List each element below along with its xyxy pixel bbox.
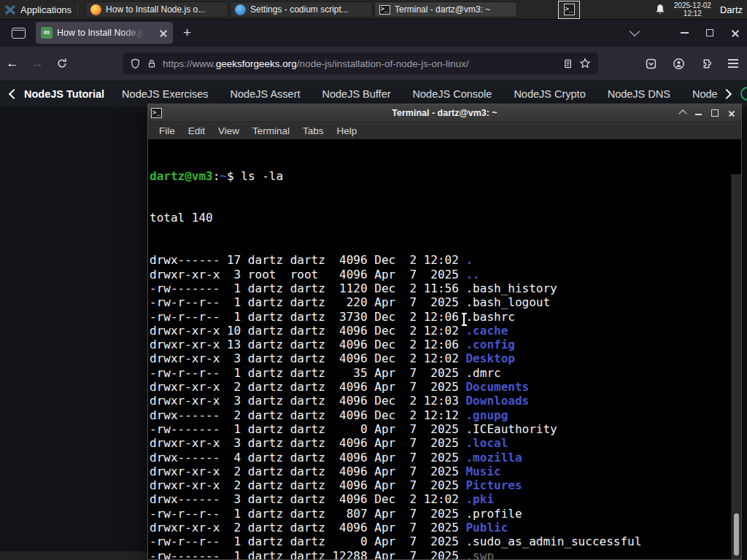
terminal-output-line: drwxr-xr-x 3 dartz dartz 4096 Dec 2 12:0… xyxy=(150,351,741,365)
terminal-output-line: drwxr-xr-x 2 dartz dartz 4096 Apr 7 2025… xyxy=(150,380,741,394)
terminal-tray-launcher[interactable] xyxy=(558,1,580,19)
terminal-menu-tabs[interactable]: Tabs xyxy=(296,125,330,136)
file-name: .swp xyxy=(465,549,494,559)
file-name: .bash_history xyxy=(465,281,557,295)
terminal-output-line: drwxr-xr-x 3 root root 4096 Apr 7 2025 .… xyxy=(150,268,741,281)
desktop: Applications How to Install Node.js o...… xyxy=(0,0,747,560)
terminal-viewport[interactable]: dartz@vm3:~$ ls -la total 140 drwx------… xyxy=(148,139,741,559)
file-name: .cache xyxy=(465,324,508,338)
site-nav-item[interactable]: NodeJS Console xyxy=(413,88,492,100)
taskbar-window-title: Settings - codium script... xyxy=(250,4,349,15)
file-name: .config xyxy=(465,338,514,351)
file-name: .dmrc xyxy=(465,366,500,380)
applications-menu-button[interactable]: Applications xyxy=(0,0,77,19)
file-name: Desktop xyxy=(465,351,514,365)
window-maximize-button[interactable] xyxy=(706,29,713,36)
taskbar-window-title: How to Install Node.js o... xyxy=(106,4,205,15)
file-name: . xyxy=(465,253,473,267)
extensions-puzzle-icon[interactable] xyxy=(700,58,713,70)
terminal-menu-file[interactable]: File xyxy=(152,125,182,136)
terminal-output-line: drwx------ 4 dartz dartz 4096 Apr 7 2025… xyxy=(150,451,741,464)
site-nav-item[interactable]: NodeJS Assert xyxy=(231,88,301,100)
terminal-menu-terminal[interactable]: Terminal xyxy=(246,125,296,136)
panel-separator xyxy=(77,4,83,15)
url-scheme: https://www. xyxy=(163,58,216,69)
file-name: .bash_logout xyxy=(465,295,550,309)
menu-hamburger-icon[interactable] xyxy=(728,59,738,67)
chevron-left-icon[interactable] xyxy=(9,88,19,98)
panel-clock[interactable]: 2025-12-02 12:12 xyxy=(674,1,711,18)
tab-title: How to Install Node.js on xyxy=(57,28,146,38)
forward-button[interactable] xyxy=(25,56,50,71)
clock-date: 2025-12-02 xyxy=(674,1,711,9)
page-bottom-strip xyxy=(0,551,147,560)
file-name: .bashrc xyxy=(465,310,514,324)
prompt-command: $ ls -la xyxy=(227,169,283,183)
search-icon[interactable] xyxy=(740,87,747,101)
terminal-window-title: Terminal - dartz@vm3: ~ xyxy=(148,108,741,118)
terminal-total-line: total 140 xyxy=(150,211,741,225)
firefox-icon xyxy=(90,4,101,15)
new-tab-button[interactable]: + xyxy=(183,26,191,39)
site-nav-item[interactable]: NodeJS Crypto xyxy=(514,88,585,100)
taskbar-window-button[interactable]: How to Install Node.js o... xyxy=(85,1,228,18)
file-name: .profile xyxy=(465,507,522,521)
session-user-label[interactable]: Dartz xyxy=(720,4,743,15)
notification-bell-icon[interactable] xyxy=(654,3,667,16)
site-nav-item[interactable]: NodeJS DNS xyxy=(608,88,670,100)
url-bar[interactable]: https://www.geeksforgeeks.org/node-js/in… xyxy=(123,52,598,74)
minimize-window-button[interactable] xyxy=(695,114,702,115)
terminal-output-line: -rw-r--r-- 1 dartz dartz 807 Apr 7 2025 … xyxy=(150,507,741,521)
terminal-output: dartz@vm3:~$ ls -la total 140 drwx------… xyxy=(148,139,741,559)
xfce-applications-icon xyxy=(4,4,16,15)
terminal-output-line: drwxr-xr-x 10 dartz dartz 4096 Dec 2 12:… xyxy=(150,324,741,338)
url-path: /node-js/installation-of-node-js-on-linu… xyxy=(297,58,469,69)
terminal-window: Terminal - dartz@vm3: ~ FileEditViewTerm… xyxy=(147,104,742,560)
browser-tab-active[interactable]: How to Install Node.js on xyxy=(36,22,173,44)
terminal-titlebar[interactable]: Terminal - dartz@vm3: ~ xyxy=(148,104,741,122)
site-nav-current[interactable]: NodeJS Tutorial xyxy=(24,88,104,100)
terminal-output-line: drwxr-xr-x 2 dartz dartz 4096 Apr 7 2025… xyxy=(150,521,741,534)
terminal-output-line: drwxr-xr-x 3 dartz dartz 4096 Apr 7 2025… xyxy=(150,436,741,450)
xfce-top-panel: Applications How to Install Node.js o...… xyxy=(0,0,747,20)
shade-window-button[interactable] xyxy=(678,109,686,117)
close-window-button[interactable] xyxy=(728,109,735,117)
file-name: .sudo_as_admin_successful xyxy=(465,534,641,548)
window-close-button[interactable] xyxy=(731,28,740,37)
terminal-menu-edit[interactable]: Edit xyxy=(182,125,212,136)
tracking-shield-icon[interactable] xyxy=(130,58,141,69)
terminal-icon xyxy=(564,4,575,15)
bookmark-star-icon[interactable] xyxy=(579,58,591,69)
firefox-view-icon[interactable] xyxy=(12,28,26,39)
prompt-separator: : xyxy=(213,169,220,183)
site-nav-item[interactable]: NodeJS Exercises xyxy=(122,88,208,100)
taskbar-window-button[interactable]: Terminal - dartz@vm3: ~ xyxy=(374,1,517,18)
account-icon[interactable] xyxy=(673,58,685,70)
list-all-tabs-chevron-icon[interactable] xyxy=(630,26,640,36)
maximize-window-button[interactable] xyxy=(711,109,719,117)
back-button[interactable] xyxy=(0,56,25,71)
terminal-menu-view[interactable]: View xyxy=(212,125,246,136)
terminal-scrollbar[interactable] xyxy=(731,174,741,559)
terminal-output-line: -rw------- 1 dartz dartz 12288 Apr 7 202… xyxy=(150,549,741,559)
tab-close-icon[interactable] xyxy=(159,28,168,37)
pocket-save-icon[interactable] xyxy=(645,58,657,70)
url-domain: geeksforgeeks.org xyxy=(216,58,297,69)
mouse-cursor-ibeam xyxy=(460,312,468,327)
scrollbar-thumb[interactable] xyxy=(734,513,739,556)
url-text: https://www.geeksforgeeks.org/node-js/in… xyxy=(163,58,557,69)
terminal-output-line: drwx------ 2 dartz dartz 4096 Dec 2 12:1… xyxy=(150,408,741,422)
site-nav-item[interactable]: Node xyxy=(692,88,721,100)
site-nav-item[interactable]: NodeJS Buffer xyxy=(322,88,391,100)
reader-mode-icon[interactable] xyxy=(562,58,573,69)
window-minimize-button[interactable] xyxy=(681,32,689,34)
terminal-menu-help[interactable]: Help xyxy=(330,125,364,136)
taskbar-window-list: How to Install Node.js o...Settings - co… xyxy=(85,0,517,19)
reload-button[interactable] xyxy=(50,58,74,69)
taskbar-window-button[interactable]: Settings - codium script... xyxy=(230,1,373,18)
lock-icon[interactable] xyxy=(147,58,157,69)
file-name: .pki xyxy=(465,492,494,506)
chevron-right-icon[interactable] xyxy=(721,88,732,98)
terminal-output-line: drwx------ 17 dartz dartz 4096 Dec 2 12:… xyxy=(150,253,741,267)
file-name: .. xyxy=(465,268,479,281)
